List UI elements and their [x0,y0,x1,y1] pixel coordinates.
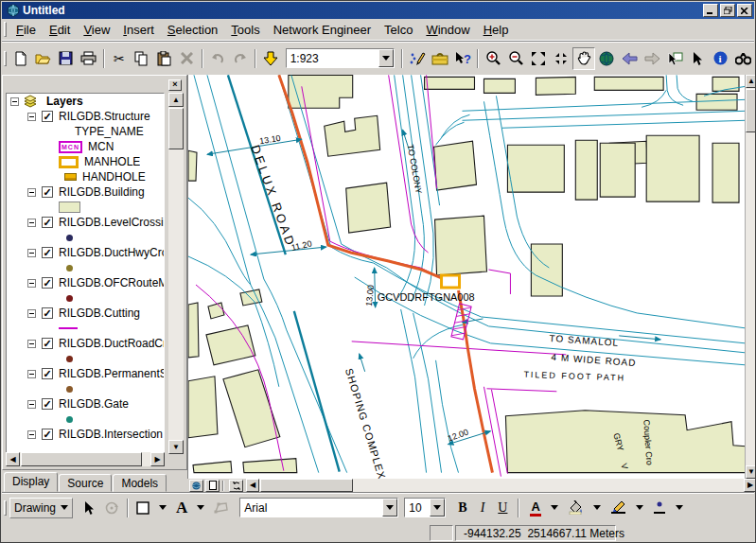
menu-item-telco[interactable]: Telco [378,21,419,39]
map-duct-line[interactable] [486,389,556,392]
layer-visibility-checkbox[interactable]: ✓ [42,111,53,122]
scroll-right-button[interactable]: ▶ [744,479,756,492]
forward-extent-button[interactable] [641,47,663,70]
layer-label[interactable]: RILGDB.Building [59,185,145,199]
close-button[interactable] [737,4,752,17]
layer-item[interactable]: ✓RILGDB.Structure [7,109,164,124]
collapse-icon[interactable] [27,219,36,227]
map-building[interactable] [712,77,739,91]
rotate-tool[interactable] [99,498,124,518]
menu-item-view[interactable]: View [77,21,116,39]
layer-item[interactable]: ✓RILGDB.Building [7,184,164,200]
back-extent-button[interactable] [618,47,641,70]
map-duct-line[interactable] [427,75,437,188]
font-size-combo[interactable]: 10 [404,498,446,517]
map-road-line[interactable] [463,111,746,120]
select-elements-tool[interactable] [79,498,99,518]
toc-header[interactable]: × [5,79,185,91]
minimize-button[interactable] [703,4,718,17]
map-building[interactable] [483,79,515,93]
map-building[interactable] [575,140,597,200]
tab-models[interactable]: Models [113,474,167,492]
map-horizontal-scrollbar[interactable]: ◀ ▶ [246,479,756,492]
layer-visibility-checkbox[interactable]: ✓ [42,247,53,258]
line-color-dropdown[interactable] [631,498,648,518]
legend-item[interactable]: MCNMCN [7,139,164,154]
map-building[interactable] [325,115,380,156]
menu-item-insert[interactable]: Insert [116,21,161,39]
legend-item[interactable] [7,200,164,215]
toc-close-button[interactable]: × [168,79,182,91]
collapse-icon[interactable] [27,340,36,348]
scroll-left-button[interactable]: ◀ [6,452,20,466]
select-features-button[interactable] [663,47,686,70]
collapse-icon[interactable] [27,249,36,257]
map-road-line[interactable] [294,311,340,472]
layer-item[interactable]: ✓RILGDB.DuctRoadCro [7,336,164,351]
legend-item[interactable] [7,412,164,427]
restore-button[interactable] [720,4,735,17]
layer-label[interactable]: RILGDB.DuctRoadCro [59,337,164,350]
map-road-line[interactable] [483,101,746,328]
font-name-value[interactable]: Arial [240,501,382,515]
toolbar-grip[interactable] [4,51,7,66]
layer-visibility-checkbox[interactable]: ✓ [42,368,53,379]
map-duct-line[interactable] [488,270,510,294]
legend-item[interactable] [7,321,164,336]
new-document-button[interactable] [9,47,32,70]
font-name-combo[interactable]: Arial [239,498,398,517]
paste-button[interactable] [153,47,176,70]
toc-hscroll-thumb[interactable] [21,452,142,466]
layer-visibility-checkbox[interactable]: ✓ [42,186,53,198]
tab-source[interactable]: Source [59,474,112,492]
map-building[interactable] [600,143,635,197]
zoom-in-button[interactable] [482,47,504,70]
full-extent-button[interactable] [595,47,618,70]
layer-visibility-checkbox[interactable]: ✓ [42,277,53,289]
map-building[interactable] [646,135,699,201]
editor-sketch-button[interactable] [406,47,429,70]
line-color-button[interactable] [606,498,631,518]
toc-scroll-thumb[interactable] [168,108,184,149]
map-vscroll-thumb[interactable] [746,89,756,132]
shape-tool-dropdown[interactable] [154,498,171,518]
layer-label[interactable]: RILGDB.DuctHwyCros [59,246,164,259]
map-building[interactable] [243,459,297,473]
menu-item-file[interactable]: File [9,21,43,39]
tab-display[interactable]: Display [4,472,58,492]
map-scale-value[interactable]: 1:923 [287,52,379,65]
layer-label[interactable]: RILGDB.LevelCrossing [59,216,164,229]
redo-button[interactable] [229,47,252,70]
delete-button[interactable] [176,47,199,70]
layer-label[interactable]: RILGDB.PermanentSt [59,367,164,380]
layer-item[interactable]: ✓RILGDB.Gate [7,396,164,412]
scroll-up-button[interactable]: ▲ [168,93,184,107]
legend-item[interactable]: HANDHOLE [7,169,164,184]
layer-label[interactable]: RILGDB.Gate [59,397,129,411]
fill-color-dropdown[interactable] [589,498,606,518]
scroll-up-button[interactable]: ▲ [746,75,756,88]
scroll-left-button[interactable]: ◀ [246,479,259,492]
drawing-menu-button[interactable]: Drawing [9,498,73,518]
menu-item-network-engineer[interactable]: Network Engineer [267,21,378,39]
data-view-button[interactable] [189,480,203,492]
map-building[interactable] [712,143,739,202]
layer-item[interactable]: ✓RILGDB.Intersection [7,427,164,442]
refresh-view-button[interactable] [229,480,243,492]
map-road-line[interactable] [642,90,666,107]
legend-item[interactable] [7,230,164,245]
map-duct-line[interactable] [389,75,429,253]
open-button[interactable] [32,47,55,70]
font-name-dropdown[interactable] [382,499,397,517]
font-color-button[interactable]: A [525,498,545,518]
zoom-out-button[interactable] [504,47,527,70]
marker-color-dropdown[interactable] [671,498,688,518]
map-road-line[interactable] [501,120,746,128]
text-tool[interactable]: A [171,498,192,518]
toc-vertical-scrollbar[interactable]: ▲ ▼ [168,93,184,454]
map-building[interactable] [223,370,280,447]
map-road-line[interactable] [677,75,693,101]
save-button[interactable] [55,47,78,70]
map-hscroll-thumb[interactable] [260,479,353,492]
map-building[interactable] [696,94,737,110]
